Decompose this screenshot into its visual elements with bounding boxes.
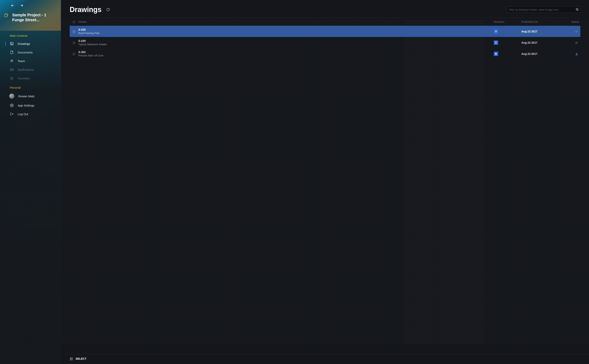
svg-rect-1	[10, 42, 13, 45]
sidebar-item-label: Notifications	[18, 68, 34, 71]
sidebar-item-label: App Settings	[18, 104, 34, 107]
published-date: Aug 22 2017	[521, 52, 561, 55]
sidebar-item-settings[interactable]: App Settings	[0, 101, 61, 110]
table-row[interactable]: S-235Typical Steelwork DetailsCAug 22 20…	[70, 37, 580, 48]
blueprint-icon	[10, 42, 14, 46]
sidebar: Sample Project - 1 Funge Street... Main …	[0, 0, 61, 364]
gear-icon	[10, 103, 14, 107]
document-icon	[10, 50, 14, 54]
revision-cell: B	[494, 52, 521, 56]
column-details[interactable]: Details	[78, 20, 494, 23]
star-outline-icon	[73, 52, 76, 55]
revision-cell: A	[494, 29, 521, 34]
page-title: Drawings	[70, 6, 101, 14]
sidebar-header: Sample Project - 1 Funge Street...	[0, 0, 61, 31]
favorite-toggle[interactable]	[70, 30, 78, 33]
drawing-name: Typical Steelwork Details	[78, 43, 494, 46]
logout-icon	[10, 112, 14, 116]
refresh-button[interactable]	[106, 8, 110, 11]
header-star-icon	[70, 20, 78, 23]
refresh-icon	[106, 8, 110, 11]
svg-point-5	[11, 105, 12, 106]
published-date: Aug 22 2017	[521, 30, 561, 33]
nav-arrows	[10, 3, 57, 8]
table-body: S-230Roof Framing PlanAAug 22 2017S-235T…	[70, 26, 580, 59]
status-cell	[561, 30, 580, 33]
favorite-toggle[interactable]	[70, 41, 78, 44]
select-button[interactable]: SELECT	[76, 357, 86, 360]
svg-marker-7	[73, 20, 75, 23]
svg-marker-4	[10, 77, 13, 80]
main: Drawings Details Revision Published On S…	[61, 0, 589, 364]
sidebar-item-label: Team	[18, 59, 25, 63]
sidebar-item-drawings[interactable]: Drawings	[0, 39, 61, 48]
search-input[interactable]	[507, 6, 580, 13]
search-wrap	[507, 6, 580, 13]
download-icon	[575, 52, 578, 56]
drawing-name: Roof Framing Plan	[78, 32, 494, 35]
published-date: Aug 22 2017	[521, 41, 561, 44]
drawing-name: Precast Stair-Lift Core	[78, 54, 494, 57]
sidebar-item-notifications[interactable]: Notifications	[0, 65, 61, 74]
favorite-toggle[interactable]	[70, 52, 78, 55]
back-button[interactable]	[10, 3, 15, 8]
sidebar-item-label: Drawings	[18, 42, 30, 46]
select-list-icon	[70, 357, 73, 360]
check-icon	[575, 30, 578, 33]
section-main-label: Main Contents	[0, 31, 61, 39]
svg-marker-8	[73, 30, 75, 33]
team-icon	[10, 59, 14, 63]
project-icon	[4, 13, 8, 18]
status-cell	[561, 52, 580, 56]
sidebar-item-label: Documents	[18, 51, 33, 54]
arrow-left-icon	[11, 4, 14, 7]
sidebar-item-documents[interactable]: Documents	[0, 48, 61, 57]
project-title: Sample Project - 1 Funge Street...	[12, 13, 57, 22]
drawing-number: S-302	[78, 51, 494, 54]
inbox-icon	[10, 68, 14, 72]
avatar	[9, 94, 14, 99]
project-row[interactable]: Sample Project - 1 Funge Street...	[4, 13, 57, 22]
table-row[interactable]: S-230Roof Framing PlanAAug 22 2017	[70, 26, 580, 37]
column-published[interactable]: Published On	[521, 20, 561, 23]
sidebar-item-team[interactable]: Team	[0, 57, 61, 65]
svg-marker-10	[73, 52, 75, 55]
sidebar-item-label: Favorites	[18, 77, 30, 80]
star-outline-icon	[73, 41, 76, 44]
table-row[interactable]: S-302Precast Stair-Lift CoreBAug 22 2017	[70, 48, 580, 59]
revision-badge: B	[494, 52, 498, 56]
revision-badge: A	[494, 29, 498, 34]
svg-point-2	[11, 60, 12, 61]
background-preview	[61, 20, 589, 344]
row-details: S-235Typical Steelwork Details	[78, 39, 494, 46]
sidebar-item-label: Rowan Matz	[18, 95, 35, 98]
table-header: Details Revision Published On Status	[70, 17, 580, 26]
svg-marker-9	[73, 41, 75, 44]
revision-badge: C	[494, 40, 498, 45]
star-outline-icon	[73, 30, 76, 33]
section-personal-label: Personal	[0, 83, 61, 91]
svg-point-3	[12, 60, 13, 60]
drawings-table: Details Revision Published On Status S-2…	[61, 17, 589, 59]
drawing-number: S-235	[78, 39, 494, 42]
column-revision[interactable]: Revision	[494, 20, 521, 23]
column-status[interactable]: Status	[561, 20, 580, 23]
arrow-right-icon	[20, 4, 24, 7]
check-icon	[575, 41, 578, 45]
forward-button[interactable]	[19, 3, 24, 8]
bottom-bar: SELECT	[61, 354, 589, 364]
topbar: Drawings	[61, 0, 589, 17]
row-details: S-302Precast Stair-Lift Core	[78, 51, 494, 57]
sidebar-item-user[interactable]: Rowan Matz	[0, 91, 61, 101]
drawing-number: S-230	[78, 28, 494, 31]
revision-cell: C	[494, 40, 521, 45]
sidebar-item-label: Log Out	[18, 112, 28, 116]
status-cell	[561, 41, 580, 45]
star-icon	[10, 76, 14, 80]
row-details: S-230Roof Framing Plan	[78, 28, 494, 35]
svg-rect-0	[5, 14, 7, 17]
sidebar-item-logout[interactable]: Log Out	[0, 110, 61, 118]
sidebar-item-favorites[interactable]: Favorites	[0, 74, 61, 83]
